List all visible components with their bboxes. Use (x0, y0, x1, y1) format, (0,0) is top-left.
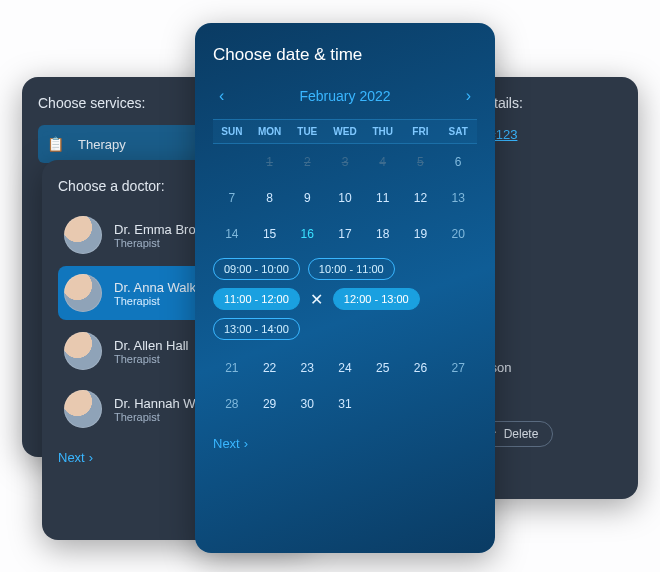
delete-label: Delete (504, 427, 539, 441)
service-label: Therapy (78, 137, 126, 152)
chevron-left-icon: ‹ (219, 87, 224, 104)
next-button[interactable]: Next › (213, 436, 477, 451)
calendar-day[interactable]: 1 (251, 151, 289, 173)
calendar-day[interactable]: 3 (326, 151, 364, 173)
chevron-right-icon: › (89, 450, 93, 465)
calendar-day[interactable]: 21 (213, 357, 251, 379)
prev-month-button[interactable]: ‹ (213, 83, 230, 109)
doctor-name: Dr. Allen Hall (114, 338, 188, 353)
calendar-day[interactable]: 31 (326, 393, 364, 415)
chevron-right-icon: › (466, 87, 471, 104)
chevron-right-icon: › (244, 436, 248, 451)
calendar-day[interactable]: 23 (288, 357, 326, 379)
calendar-day[interactable]: 30 (288, 393, 326, 415)
calendar-day[interactable]: 11 (364, 187, 402, 209)
time-slot[interactable]: 10:00 - 11:00 (308, 258, 395, 280)
calendar-week: 123456 (213, 144, 477, 180)
calendar-day[interactable]: 18 (364, 223, 402, 245)
calendar-day[interactable]: 15 (251, 223, 289, 245)
calendar-day (213, 158, 251, 166)
calendar-week: 21222324252627 (213, 350, 477, 386)
dow-label: TUE (288, 126, 326, 137)
doctor-text: Dr. Allen HallTherapist (114, 338, 188, 365)
calendar-week: 14151617181920 (213, 216, 477, 252)
calendar-day[interactable]: 13 (439, 187, 477, 209)
next-month-button[interactable]: › (460, 83, 477, 109)
calendar-day[interactable]: 22 (251, 357, 289, 379)
next-label: Next (58, 450, 85, 465)
doctor-role: Therapist (114, 295, 207, 307)
calendar-day[interactable]: 14 (213, 223, 251, 245)
calendar-week: 78910111213 (213, 180, 477, 216)
avatar (64, 332, 102, 370)
calendar-day[interactable]: 8 (251, 187, 289, 209)
dow-label: MON (251, 126, 289, 137)
calendar-day[interactable]: 29 (251, 393, 289, 415)
time-slot[interactable]: 13:00 - 14:00 (213, 318, 300, 340)
time-slot[interactable]: 09:00 - 10:00 (213, 258, 300, 280)
avatar (64, 390, 102, 428)
calendar-day[interactable]: 24 (326, 357, 364, 379)
time-slot[interactable]: 12:00 - 13:00 (333, 288, 420, 310)
calendar-day[interactable]: 5 (402, 151, 440, 173)
calendar-day[interactable]: 9 (288, 187, 326, 209)
day-of-week-row: SUNMONTUEWEDTHUFRISAT (213, 119, 477, 144)
dow-label: WED (326, 126, 364, 137)
calendar-day[interactable]: 26 (402, 357, 440, 379)
clipboard-icon: 📋 (42, 131, 68, 157)
dow-label: FRI (402, 126, 440, 137)
close-icon[interactable]: ✕ (308, 290, 325, 309)
calendar-day[interactable]: 6 (439, 151, 477, 173)
calendar-panel: Choose date & time ‹ February 2022 › SUN… (195, 23, 495, 553)
calendar-day[interactable]: 10 (326, 187, 364, 209)
time-slot[interactable]: 11:00 - 12:00 (213, 288, 300, 310)
calendar-day[interactable]: 4 (364, 151, 402, 173)
calendar-day[interactable]: 27 (439, 357, 477, 379)
calendar-day (402, 400, 440, 408)
calendar-day[interactable]: 28 (213, 393, 251, 415)
calendar-day[interactable]: 2 (288, 151, 326, 173)
calendar-day[interactable]: 25 (364, 357, 402, 379)
calendar-header: ‹ February 2022 › (213, 83, 477, 109)
calendar-day[interactable]: 12 (402, 187, 440, 209)
calendar-day[interactable]: 7 (213, 187, 251, 209)
dow-label: THU (364, 126, 402, 137)
month-label: February 2022 (299, 88, 390, 104)
time-slots: 09:00 - 10:0010:00 - 11:0011:00 - 12:00✕… (213, 252, 477, 350)
doctor-name: Dr. Anna Walker (114, 280, 207, 295)
calendar-week: 28293031 (213, 386, 477, 422)
calendar-day[interactable]: 17 (326, 223, 364, 245)
calendar-day (439, 400, 477, 408)
dow-label: SAT (439, 126, 477, 137)
dow-label: SUN (213, 126, 251, 137)
calendar-day[interactable]: 16 (288, 223, 326, 245)
avatar (64, 216, 102, 254)
calendar-day[interactable]: 19 (402, 223, 440, 245)
avatar (64, 274, 102, 312)
next-label: Next (213, 436, 240, 451)
doctor-text: Dr. Anna WalkerTherapist (114, 280, 207, 307)
calendar-day[interactable]: 20 (439, 223, 477, 245)
doctor-role: Therapist (114, 353, 188, 365)
calendar-day (364, 400, 402, 408)
calendar-title: Choose date & time (213, 45, 477, 65)
